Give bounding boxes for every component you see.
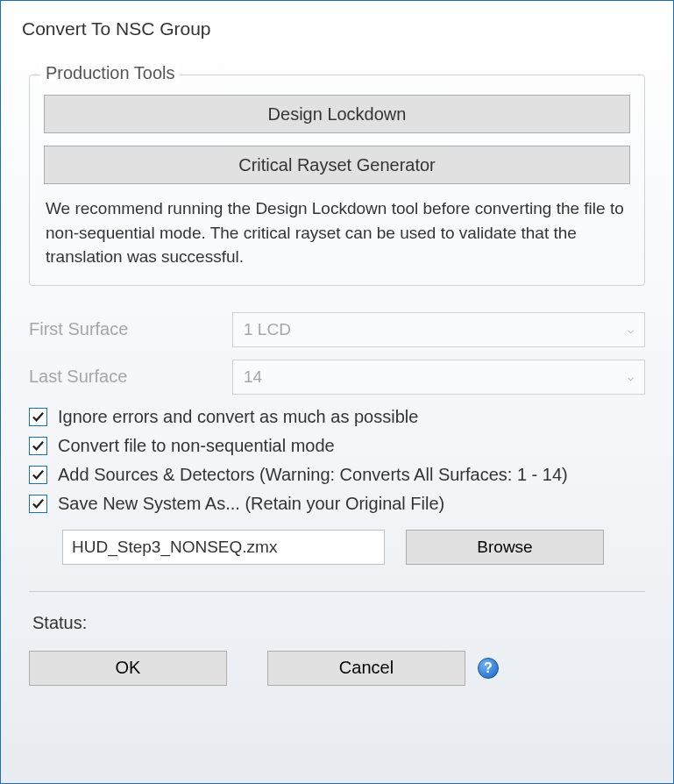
- check-icon: [32, 410, 45, 424]
- first-surface-row: First Surface 1 LCD ⌵: [29, 312, 645, 347]
- dialog-window: Convert To NSC Group Production Tools De…: [0, 0, 674, 784]
- design-lockdown-button[interactable]: Design Lockdown: [44, 95, 630, 133]
- ignore-errors-row: Ignore errors and convert as much as pos…: [29, 407, 645, 427]
- ignore-errors-checkbox[interactable]: [29, 408, 47, 426]
- production-tools-legend: Production Tools: [40, 63, 181, 83]
- status-label: Status:: [32, 613, 656, 633]
- chevron-down-icon: ⌵: [628, 371, 634, 383]
- first-surface-value: 1 LCD: [244, 320, 291, 339]
- ok-button[interactable]: OK: [29, 651, 227, 686]
- chevron-down-icon: ⌵: [628, 324, 634, 336]
- last-surface-value: 14: [244, 367, 262, 387]
- save-as-checkbox[interactable]: [29, 495, 47, 513]
- divider: [29, 591, 645, 592]
- cancel-button[interactable]: Cancel: [267, 651, 465, 686]
- dialog-title: Convert To NSC Group: [22, 18, 656, 39]
- recommendation-text: We recommend running the Design Lockdown…: [46, 196, 628, 269]
- filename-input[interactable]: [62, 530, 385, 565]
- last-surface-row: Last Surface 14 ⌵: [29, 360, 645, 395]
- last-surface-label: Last Surface: [29, 367, 232, 387]
- check-icon: [32, 439, 45, 453]
- production-tools-group: Production Tools Design Lockdown Critica…: [29, 75, 645, 286]
- check-icon: [32, 468, 45, 481]
- convert-nonseq-label: Convert file to non-sequential mode: [58, 436, 335, 456]
- add-sources-checkbox[interactable]: [29, 466, 47, 484]
- help-icon[interactable]: ?: [478, 658, 499, 679]
- convert-nonseq-checkbox[interactable]: [29, 437, 47, 455]
- file-row: Browse: [62, 530, 645, 565]
- add-sources-label: Add Sources & Detectors (Warning: Conver…: [58, 465, 568, 485]
- first-surface-label: First Surface: [29, 319, 232, 339]
- save-as-row: Save New System As... (Retain your Origi…: [29, 494, 645, 514]
- first-surface-select[interactable]: 1 LCD ⌵: [232, 312, 645, 347]
- form-area: First Surface 1 LCD ⌵ Last Surface 14 ⌵ …: [29, 312, 645, 565]
- save-as-label: Save New System As... (Retain your Origi…: [58, 494, 444, 514]
- footer: OK Cancel ?: [29, 651, 645, 686]
- ignore-errors-label: Ignore errors and convert as much as pos…: [58, 407, 418, 427]
- check-icon: [32, 497, 45, 510]
- add-sources-row: Add Sources & Detectors (Warning: Conver…: [29, 465, 645, 485]
- critical-rayset-button[interactable]: Critical Rayset Generator: [44, 146, 630, 184]
- last-surface-select[interactable]: 14 ⌵: [232, 360, 645, 395]
- browse-button[interactable]: Browse: [406, 530, 604, 565]
- convert-nonseq-row: Convert file to non-sequential mode: [29, 436, 645, 456]
